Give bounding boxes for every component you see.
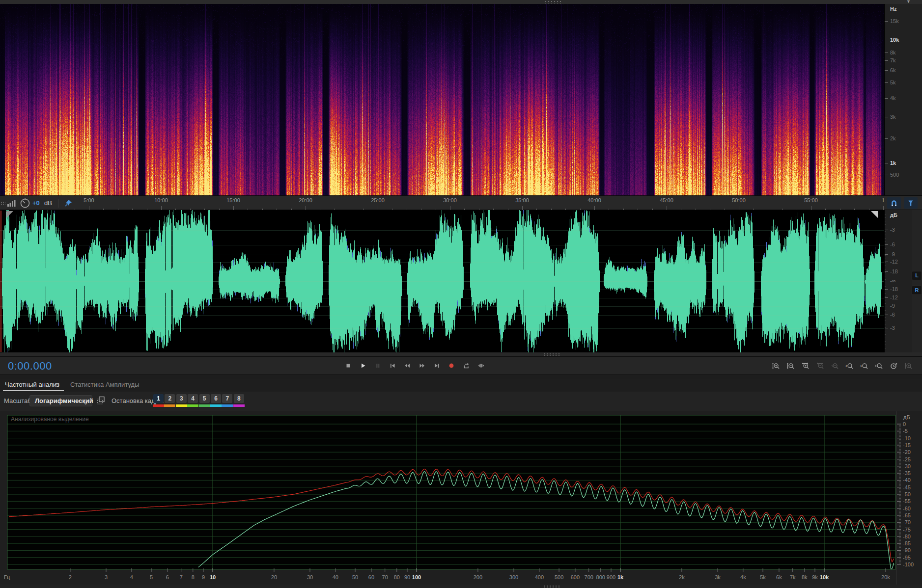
divider-grip[interactable] <box>543 353 559 356</box>
minor-tick <box>885 286 886 287</box>
panel-menu-arrow-icon[interactable]: ▼ <box>906 0 911 4</box>
scale-label: Масштаб: <box>4 397 33 404</box>
tab-frequency-analysis[interactable]: Частотный анализ <box>5 381 59 388</box>
zoom-out-vertical-button[interactable] <box>784 360 796 372</box>
waveform-display[interactable] <box>0 210 884 352</box>
hold-frame-color-8 <box>233 404 245 407</box>
frequency-analysis-chart[interactable]: Анализированое выделениеГц23456789102030… <box>0 411 922 585</box>
hold-frame-button-1[interactable]: 1 <box>153 394 164 403</box>
channel-button-L[interactable]: L <box>912 271 922 280</box>
amplitude-tick-label: -∞ <box>890 278 896 284</box>
spectrogram-display[interactable] <box>0 4 884 195</box>
pause-button[interactable] <box>371 360 384 372</box>
minor-tick <box>885 283 886 283</box>
hold-frame-button-5[interactable]: 5 <box>199 394 210 403</box>
toolbar-grip[interactable] <box>0 201 5 205</box>
x-tick-label: 900 <box>607 574 615 580</box>
frequency-tick-label: 4k <box>890 95 896 101</box>
zoom-to-selection-button[interactable]: ‹› <box>872 360 885 372</box>
zoom-in-right-edge-button[interactable]: › <box>858 360 870 372</box>
record-button[interactable] <box>445 360 457 372</box>
frequency-ruler[interactable]: Hz 15k10k8k7k6k5k4k3k2k1k500 <box>884 4 922 195</box>
svg-text:‹: ‹ <box>845 363 847 369</box>
y-tick-label: -70 <box>903 519 911 525</box>
x-tick-label: 2k <box>679 574 685 580</box>
playhead[interactable] <box>0 211 1 352</box>
divider-grip[interactable] <box>543 585 559 588</box>
gain-unit: dB <box>44 199 52 207</box>
x-tick-label: 70 <box>382 574 388 580</box>
timeline-label: 15:00 <box>226 197 240 203</box>
zoom-in-vertical-button[interactable] <box>769 360 782 372</box>
x-tick-label: 1k <box>617 574 624 580</box>
channel-button-R[interactable]: R <box>912 286 922 295</box>
hold-frame-button-3[interactable]: 3 <box>176 394 187 403</box>
frequency-tick <box>885 175 888 175</box>
marker-button[interactable] <box>904 197 918 209</box>
top-panel-divider[interactable]: ▼ <box>0 0 922 4</box>
x-tick-label: 4k <box>740 574 746 580</box>
gain-value[interactable]: +0 <box>32 199 40 207</box>
clock-icon[interactable] <box>20 198 30 209</box>
zoom-out-horizontal-button[interactable] <box>813 360 826 372</box>
tab-amplitude-statistics[interactable]: Статистика Амплитуды <box>70 381 139 388</box>
timeline-ruler[interactable]: 5:0010:0015:0020:0025:0030:0035:0040:004… <box>74 196 884 211</box>
y-tick-label: -95 <box>903 555 911 561</box>
x-tick-label: 400 <box>535 574 544 580</box>
minor-tick <box>885 272 886 273</box>
hold-frame-button-4[interactable]: 4 <box>188 394 198 403</box>
y-tick-label: -75 <box>903 527 911 533</box>
zoom-in-horizontal-button[interactable] <box>799 360 811 372</box>
panel-divider[interactable] <box>0 352 922 356</box>
skip-selection-button[interactable] <box>475 360 487 372</box>
amplitude-tick-label: -12 <box>890 294 898 300</box>
timeline-label: 30:00 <box>443 197 457 203</box>
play-button[interactable] <box>357 360 369 372</box>
minor-tick <box>885 241 886 242</box>
zoom-in-left-edge-button[interactable]: ‹ <box>843 360 855 372</box>
amplitude-ruler[interactable]: дБ -3-6-9-12-18-∞-18-12-9-6-3 <box>884 210 912 352</box>
hold-frame-color-2 <box>164 404 175 407</box>
amplitude-tick <box>885 254 888 255</box>
rewind-button[interactable] <box>401 360 413 372</box>
hold-frame-button-8[interactable]: 8 <box>234 394 244 403</box>
x-tick-label: 5k <box>760 574 766 580</box>
x-tick-label: 8k <box>802 574 808 580</box>
snap-toggle-button[interactable] <box>887 197 901 209</box>
skip-to-end-button[interactable] <box>430 360 443 372</box>
y-tick-label: -35 <box>903 470 911 476</box>
skip-to-start-button[interactable] <box>386 360 398 372</box>
frequency-tick-label: 7k <box>890 57 896 63</box>
panel-corner-grip[interactable] <box>6 211 13 218</box>
minor-tick <box>885 338 886 338</box>
bottom-panel-divider[interactable] <box>0 585 922 588</box>
minor-tick <box>885 348 886 348</box>
zoom-full-button[interactable] <box>902 360 914 372</box>
reset-zoom-button[interactable] <box>887 360 899 372</box>
amplitude-tick <box>885 289 888 290</box>
toolbar-divider <box>58 199 58 208</box>
panel-corner-grip[interactable] <box>871 211 878 218</box>
panel-menu-icon[interactable]: ≡ <box>55 380 59 389</box>
x-tick-label: 9 <box>202 574 205 580</box>
copy-graph-icon[interactable] <box>96 396 106 405</box>
x-tick-label: 20k <box>881 574 890 580</box>
time-display[interactable]: 0:00.000 <box>8 360 52 373</box>
hold-frame-button-2[interactable]: 2 <box>165 394 175 403</box>
x-tick-label: 30 <box>307 574 313 580</box>
divider-grip[interactable] <box>544 0 561 3</box>
x-tick-label: 40 <box>333 574 338 580</box>
hold-frame-button-6[interactable]: 6 <box>211 394 221 403</box>
frequency-tick-label: 8k <box>890 50 896 55</box>
y-tick-label: -65 <box>903 512 911 518</box>
zoom-out-full-button[interactable] <box>828 360 840 372</box>
skip-to-end-icon <box>433 362 440 369</box>
levels-meter-icon[interactable] <box>7 199 17 207</box>
hold-frame-button-7[interactable]: 7 <box>222 394 232 403</box>
scale-dropdown[interactable]: Логарифмический ⌄ <box>29 395 92 406</box>
loop-playback-button[interactable] <box>460 360 472 372</box>
minor-tick <box>885 231 886 232</box>
fast-forward-button[interactable] <box>416 360 428 372</box>
pin-icon[interactable] <box>64 199 73 208</box>
stop-button[interactable] <box>342 360 354 372</box>
